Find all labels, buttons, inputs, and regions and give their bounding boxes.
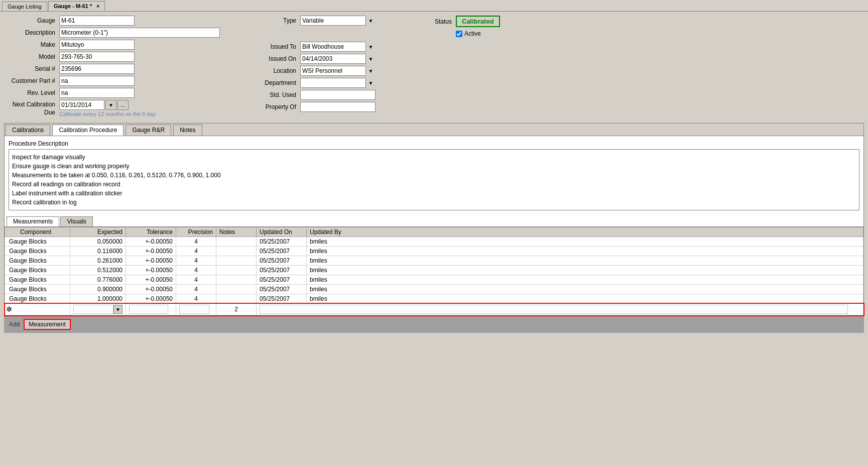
form-section: Gauge Description Make Model Serial #	[4, 16, 864, 119]
type-row: Type Variable ▼	[245, 16, 376, 26]
make-input[interactable]	[59, 40, 135, 50]
rev-level-input[interactable]	[59, 88, 135, 98]
sub-tab-visuals[interactable]: Visuals	[60, 216, 92, 226]
cell-updated-on: 05/25/2007	[257, 285, 307, 294]
main-content: Gauge Description Make Model Serial #	[0, 12, 868, 337]
new-row-precision-cell: 2	[216, 304, 257, 315]
col-header-expected: Expected	[70, 227, 126, 237]
location-select[interactable]: WSI Personnel	[300, 66, 376, 76]
new-row-tolerance-cell[interactable]	[176, 304, 216, 315]
type-select[interactable]: Variable	[300, 16, 376, 26]
asterisk-icon: ✲	[6, 305, 12, 313]
std-used-input[interactable]	[300, 90, 376, 100]
model-input[interactable]	[59, 52, 135, 62]
cell-precision: 4	[176, 275, 216, 285]
tab-calibrations[interactable]: Calibrations	[6, 125, 50, 136]
cell-updated-by: bmiles	[307, 247, 863, 256]
cell-updated-by: bmiles	[307, 256, 863, 266]
bottom-bar: Add Measurement	[4, 316, 864, 333]
department-select[interactable]	[300, 78, 376, 88]
cell-tolerance: +-0.00050	[126, 285, 176, 294]
procedure-area: Procedure Description Inspect for damage…	[5, 136, 863, 214]
table-row: Gauge Blocks 0.512000 +-0.00050 4 05/25/…	[5, 266, 863, 275]
new-row-notes-input[interactable]	[260, 305, 848, 314]
rev-level-label: Rev. Level	[4, 89, 59, 96]
property-of-input[interactable]	[300, 102, 376, 112]
new-row-expected-input[interactable]	[129, 305, 168, 314]
cell-component: Gauge Blocks	[5, 275, 70, 285]
procedure-line-4: Record all readings on calibration recor…	[12, 180, 856, 189]
col-header-notes: Notes	[216, 227, 257, 237]
measurement-button[interactable]: Measurement	[24, 319, 70, 330]
issued-to-select[interactable]: Bill Woodhouse	[300, 42, 376, 52]
cell-tolerance: +-0.00050	[126, 266, 176, 275]
location-label: Location	[245, 67, 300, 74]
new-row-component-input[interactable]	[73, 305, 113, 314]
cell-tolerance: +-0.00050	[126, 237, 176, 247]
department-select-wrapper: ▼	[300, 78, 376, 88]
model-row: Model	[4, 52, 220, 62]
issued-on-select-wrapper: 04/14/2003 ▼	[300, 54, 376, 64]
main-tabs-container: Calibrations Calibration Procedure Gauge…	[4, 123, 864, 316]
make-row: Make	[4, 40, 220, 50]
sub-tab-measurements[interactable]: Measurements	[7, 216, 59, 226]
form-middle: Type Variable ▼ Issued To Bill Woodhouse	[245, 16, 376, 119]
issued-to-row: Issued To Bill Woodhouse ▼	[245, 42, 376, 52]
cell-updated-on: 05/25/2007	[257, 256, 307, 266]
procedure-line-6: Record calibration in log	[12, 198, 856, 207]
procedure-text: Inspect for damage visually Ensure gauge…	[9, 149, 859, 210]
new-row-component-cell[interactable]: ▼	[70, 304, 126, 315]
top-tab-bar: Gauge Listing Gauge - M-61 * ×	[0, 0, 868, 12]
measurements-table-section: Component Expected Tolerance Precision N…	[5, 227, 863, 315]
issued-on-select[interactable]: 04/14/2003	[300, 54, 376, 64]
next-cal-dropdown-btn[interactable]: ▼	[105, 100, 116, 110]
tab-notes[interactable]: Notes	[173, 125, 202, 136]
description-input[interactable]	[59, 28, 220, 38]
location-select-wrapper: WSI Personnel ▼	[300, 66, 376, 76]
sub-tabs-nav: Measurements Visuals	[5, 214, 863, 227]
table-header-row: Component Expected Tolerance Precision N…	[5, 227, 863, 237]
cell-precision: 4	[176, 266, 216, 275]
cell-updated-by: bmiles	[307, 237, 863, 247]
cell-component: Gauge Blocks	[5, 247, 70, 256]
new-row-component-dropdown[interactable]: ▼	[113, 305, 122, 314]
new-row-tolerance-input[interactable]	[179, 305, 209, 314]
next-cal-dots-btn[interactable]: ...	[117, 100, 129, 110]
gauge-input[interactable]	[59, 16, 135, 26]
type-label: Type	[245, 17, 300, 24]
tab-gauge-listing[interactable]: Gauge Listing	[2, 2, 47, 11]
gauge-row: Gauge	[4, 16, 220, 26]
new-row-expected-cell[interactable]	[126, 304, 176, 315]
serial-input[interactable]	[59, 64, 135, 74]
new-row-notes-cell[interactable]	[257, 304, 863, 315]
location-row: Location WSI Personnel ▼	[245, 66, 376, 76]
calibration-hint: Calibrate every 12 months on the 0 day	[59, 111, 156, 117]
department-label: Department	[245, 79, 300, 86]
next-cal-date-input[interactable]	[59, 100, 104, 110]
measurements-table: Component Expected Tolerance Precision N…	[5, 227, 863, 315]
col-header-updated-on: Updated On	[257, 227, 307, 237]
cell-precision: 4	[176, 247, 216, 256]
close-tab-icon[interactable]: ×	[96, 4, 99, 9]
new-row: ✲ ▼ 2	[5, 304, 863, 315]
department-row: Department ▼	[245, 78, 376, 88]
tab-gauge-m61[interactable]: Gauge - M-61 * ×	[48, 1, 105, 11]
active-label: Active	[464, 30, 481, 37]
tab-calibration-procedure[interactable]: Calibration Procedure	[52, 125, 123, 136]
col-header-precision: Precision	[176, 227, 216, 237]
issued-to-label: Issued To	[245, 43, 300, 50]
procedure-line-1: Inspect for damage visually	[12, 153, 856, 162]
active-checkbox[interactable]	[456, 31, 462, 37]
cell-component: Gauge Blocks	[5, 256, 70, 266]
cell-notes	[216, 256, 257, 266]
next-cal-label: Next Calibration Due	[4, 100, 59, 117]
status-row: Status Calibrated	[401, 16, 500, 27]
tab-gauge-rr[interactable]: Gauge R&R	[126, 125, 171, 136]
customer-part-input[interactable]	[59, 76, 135, 86]
cell-updated-by: bmiles	[307, 294, 863, 304]
main-tabs-nav: Calibrations Calibration Procedure Gauge…	[5, 124, 863, 136]
status-badge: Calibrated	[456, 16, 500, 27]
cell-expected: 0.900000	[70, 285, 126, 294]
issued-on-row: Issued On 04/14/2003 ▼	[245, 54, 376, 64]
cell-notes	[216, 247, 257, 256]
